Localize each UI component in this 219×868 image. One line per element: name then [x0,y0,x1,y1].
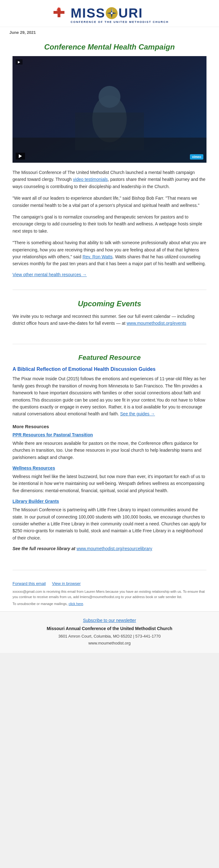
video-vimeo-badge: vimeo [190,154,203,160]
footer-disclaimer-line1: xxxxxx@gmail.com is receiving this email… [12,589,207,599]
video-container[interactable]: ▶ vimeo [12,56,207,163]
header: MISS URI CONFERENCE OF THE UNITED MET [0,0,219,27]
library-builder-grants-desc: The Missouri Conference is partnering wi… [12,506,207,541]
video-play-icon: ▶ [18,60,20,64]
logo-compass [106,7,118,19]
footer-disclaimer-line2: To unsubscribe or manage mailings, click… [12,601,207,607]
footer-disclaimer: xxxxxx@gmail.com is receiving this email… [0,587,219,611]
footer-links: Forward this email View in browser [0,577,219,587]
date-text: June 29, 2021 [9,30,36,35]
view-in-browser-link[interactable]: View in browser [52,581,81,586]
video-top-badge: ▶ [15,59,23,65]
logo-uri: URI [118,7,143,20]
ppr-resources-desc: While there are resources available for … [12,440,207,461]
campaign-paragraph1: The Missouri Conference of The United Me… [12,169,207,190]
unsubscribe-period: . [83,602,84,606]
svg-point-6 [111,12,113,14]
campaign-section: Conference Mental Health Campaign [0,38,219,283]
wellness-resources-link[interactable]: Wellness Resources [12,465,207,470]
header-logo: MISS URI CONFERENCE OF THE UNITED MET [9,6,210,24]
campaign-paragraph2: "We want all of our leaders to experienc… [12,195,207,209]
org-name: Missouri Annual Conference of the United… [12,626,207,631]
footer-address-line2: www.moumethodist.org [12,640,207,647]
play-triangle-icon [19,154,22,158]
featured-resource-heading: A Biblical Reflection of Emotional Healt… [12,367,207,372]
umc-logo-icon [50,6,68,24]
campaign-paragraph4: "There is something about having that ab… [12,239,207,268]
email-wrapper: MISS URI CONFERENCE OF THE UNITED MET [0,0,219,653]
divider-3 [12,570,207,570]
events-website-link[interactable]: www.moumethodist.org/events [127,321,186,326]
vimeo-label: vimeo [192,155,201,159]
footer-address-line1: 3601 Amron Court, Columbia, MO 65202 | 5… [12,633,207,640]
wellness-resources-desc: Wellness might feel like the latest buzz… [12,473,207,494]
svg-rect-1 [53,11,65,14]
subscribe-newsletter-link[interactable]: Subscribe to our newsletter [12,618,207,623]
events-title: Upcoming Events [12,299,207,308]
forward-email-link[interactable]: Forward this email [12,581,46,586]
campaign-title: Conference Mental Health Campaign [12,43,207,52]
unsubscribe-link[interactable]: click here [69,602,83,606]
featured-resource-title: Featured Resource [12,353,207,362]
events-description: We invite you to recharge and reconnect … [12,313,207,327]
logo-miss: MISS [71,7,105,20]
resource-section: Featured Resource A Biblical Reflection … [0,350,219,564]
rev-ron-watts-link[interactable]: Rev. Ron Watts [83,254,113,259]
ppr-resources-link[interactable]: PPR Resources for Pastoral Transition [12,432,207,437]
library-builder-grants-link[interactable]: Library Builder Grants [12,499,207,504]
events-section: Upcoming Events We invite you to recharg… [0,296,219,338]
logo-missouri: MISS URI [71,7,169,20]
featured-resource-paragraph: The Pixar movie Inside Out (2015) follow… [12,375,207,417]
logo-subtitle: CONFERENCE OF THE UNITED METHODIST CHURC… [71,20,169,24]
unsubscribe-text: To unsubscribe or manage mailings, [12,602,69,606]
see-full-resource-text: See the full resource library at www.mou… [12,546,207,551]
date-bar: June 29, 2021 [0,27,219,38]
svg-point-9 [99,86,120,108]
video-testimonials-link[interactable]: video testimonials [73,177,108,182]
more-resources-heading: More Resources [12,424,207,429]
campaign-paragraph3: The campaign's goal is to normalize coun… [12,214,207,235]
see-guides-link[interactable]: See the guides → [120,411,155,416]
view-mental-health-resources-link[interactable]: View other mental health resources → [12,272,87,277]
video-thumbnail [12,56,207,163]
video-background [12,56,207,163]
video-play-button[interactable] [15,153,25,160]
footer-bottom: Subscribe to our newsletter Missouri Ann… [0,611,219,653]
resource-library-link[interactable]: www.moumethodist.org/resourcelibrary [77,546,152,551]
divider-1 [12,290,207,290]
logo-text: MISS URI CONFERENCE OF THE UNITED MET [71,7,169,24]
svg-rect-11 [75,113,144,150]
